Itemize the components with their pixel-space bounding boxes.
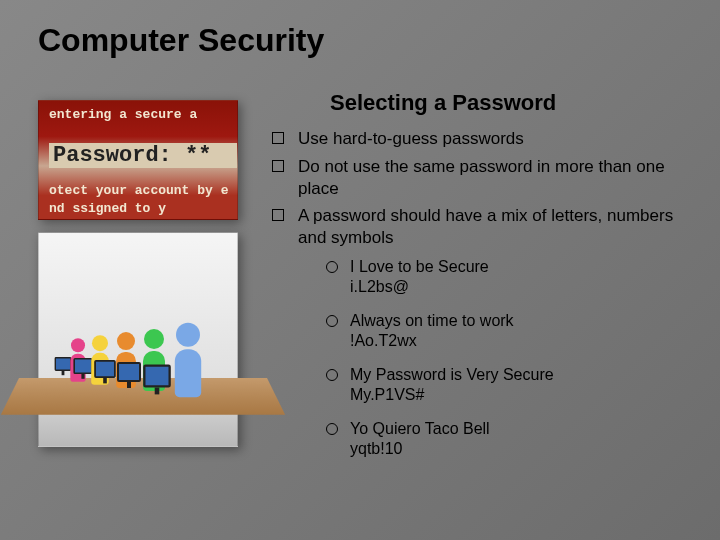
example-phrase: My Password is Very Secure: [350, 366, 554, 383]
bullet-item: Use hard-to-guess passwords: [270, 128, 690, 156]
example-list: I Love to be Secure i.L2bs@ Always on ti…: [298, 257, 690, 473]
example-code: i.L2bs@: [350, 277, 690, 297]
bullet-item: Do not use the same password in more tha…: [270, 156, 690, 206]
bullet-text: A password should have a mix of letters,…: [298, 206, 673, 247]
example-phrase: Yo Quiero Taco Bell: [350, 420, 490, 437]
password-prompt-image: entering a secure a Password: ** otect y…: [38, 100, 238, 220]
text-column: Selecting a Password Use hard-to-guess p…: [250, 80, 720, 540]
example-item: Yo Quiero Taco Bell yqtb!10: [326, 419, 690, 473]
content-area: entering a secure a Password: ** otect y…: [0, 80, 720, 540]
example-phrase: Always on time to work: [350, 312, 514, 329]
bullet-item: A password should have a mix of letters,…: [270, 205, 690, 479]
main-bullet-list: Use hard-to-guess passwords Do not use t…: [270, 128, 690, 479]
computer-users-image: [38, 232, 238, 447]
img1-line1: entering a secure a: [49, 107, 197, 122]
example-code: yqtb!10: [350, 439, 690, 459]
img1-line4: nd ssigned to y: [49, 201, 166, 216]
example-item: Always on time to work !Ao.T2wx: [326, 311, 690, 365]
example-code: My.P1VS#: [350, 385, 690, 405]
bullet-text: Use hard-to-guess passwords: [298, 129, 524, 148]
example-item: My Password is Very Secure My.P1VS#: [326, 365, 690, 419]
slide-title: Computer Security: [0, 0, 720, 59]
img1-line3: otect your account by e: [49, 183, 228, 198]
image-column: entering a secure a Password: ** otect y…: [0, 80, 250, 540]
example-code: !Ao.T2wx: [350, 331, 690, 351]
section-subtitle: Selecting a Password: [330, 90, 690, 116]
example-item: I Love to be Secure i.L2bs@: [326, 257, 690, 311]
img1-line2: Password: **: [49, 143, 238, 168]
bullet-text: Do not use the same password in more tha…: [298, 157, 665, 198]
example-phrase: I Love to be Secure: [350, 258, 489, 275]
